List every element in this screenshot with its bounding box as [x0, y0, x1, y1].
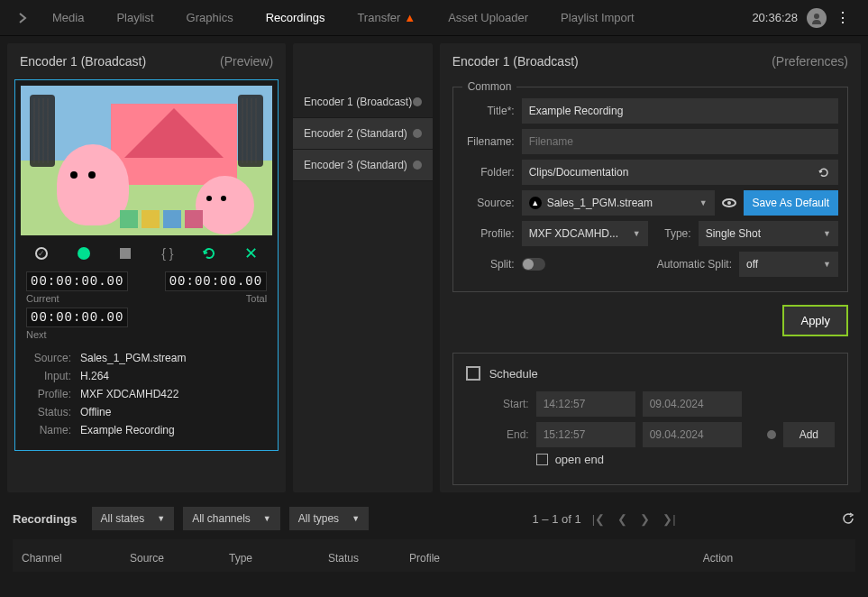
title-label: Title*:	[462, 105, 515, 117]
info-status-label: Status:	[26, 406, 71, 418]
encoder-item-3[interactable]: Encoder 3 (Standard)	[293, 150, 433, 181]
info-status: Offline	[80, 406, 111, 418]
recordings-section: Recordings All states▼ All channels▼ All…	[0, 500, 868, 579]
split-label: Split:	[462, 258, 515, 271]
status-dot-icon	[413, 97, 422, 106]
recordings-table-header: Channel Source Type Status Profile Actio…	[13, 539, 855, 572]
encoder-item-1[interactable]: Encoder 1 (Broadcast)	[293, 87, 433, 118]
end-date-input[interactable]	[643, 422, 742, 447]
tab-media[interactable]: Media	[36, 0, 100, 36]
preview-subtitle: (Preview)	[220, 54, 273, 69]
caret-down-icon: ▼	[823, 229, 831, 238]
preview-panel: Encoder 1 (Broadcast) (Preview) ✓ { }	[7, 43, 286, 492]
preferences-panel: Encoder 1 (Broadcast) (Preferences) Comm…	[440, 43, 861, 492]
warning-icon: ▲	[404, 11, 416, 24]
caret-down-icon: ▼	[699, 198, 708, 207]
info-input-label: Input:	[26, 370, 71, 382]
timecode-current: 00:00:00.00	[26, 271, 128, 291]
refresh-button[interactable]	[841, 511, 855, 526]
folder-input[interactable]	[522, 160, 817, 185]
caret-down-icon: ▼	[823, 260, 831, 269]
audio-meter-left	[30, 95, 55, 167]
user-avatar[interactable]	[807, 8, 827, 28]
caret-down-icon: ▼	[157, 514, 165, 523]
end-label: End:	[493, 428, 529, 441]
preview-title: Encoder 1 (Broadcast)	[20, 54, 146, 69]
profile-select[interactable]: MXF XDCAMHD...▼	[522, 221, 648, 246]
source-icon: ▲	[529, 197, 542, 209]
pager-text: 1 – 1 of 1	[533, 512, 581, 526]
start-date-input[interactable]	[643, 391, 742, 417]
prefs-subtitle: (Preferences)	[772, 54, 848, 69]
timecode-total-label: Total	[152, 293, 268, 304]
schedule-title: Schedule	[489, 367, 538, 381]
status-dot-icon	[767, 430, 776, 439]
type-select[interactable]: Single Shot▼	[699, 221, 838, 246]
split-toggle[interactable]	[522, 258, 545, 271]
caret-down-icon: ▼	[633, 229, 641, 238]
prefs-title: Encoder 1 (Broadcast)	[452, 54, 579, 69]
start-label: Start:	[493, 398, 529, 410]
visibility-icon[interactable]	[722, 198, 736, 207]
video-preview[interactable]	[21, 86, 272, 235]
filename-input[interactable]	[522, 129, 838, 154]
add-button[interactable]: Add	[783, 422, 835, 447]
filter-types[interactable]: All types▼	[289, 507, 369, 530]
tab-graphics[interactable]: Graphics	[170, 0, 250, 36]
save-default-button[interactable]: Save As Default	[744, 190, 838, 216]
apply-button[interactable]: Apply	[782, 305, 848, 336]
info-profile-label: Profile:	[26, 388, 71, 400]
clock: 20:36:28	[752, 11, 798, 24]
title-input[interactable]	[522, 98, 838, 124]
filename-label: Filename:	[462, 135, 515, 148]
status-dot-icon	[413, 161, 422, 170]
col-channel: Channel	[22, 552, 130, 565]
end-time-input[interactable]	[536, 422, 635, 447]
info-input: H.264	[80, 370, 109, 382]
recordings-title: Recordings	[13, 512, 78, 526]
encoder-item-2[interactable]: Encoder 2 (Standard)	[293, 118, 433, 150]
tab-playlist-import[interactable]: Playlist Import	[544, 0, 651, 36]
autosplit-label: Automatic Split:	[657, 258, 732, 271]
filter-states[interactable]: All states▼	[92, 507, 175, 530]
info-name: Example Recording	[80, 424, 175, 436]
info-source: Sales_1_PGM.stream	[80, 352, 186, 364]
page-prev-button[interactable]: ❮	[616, 512, 629, 526]
restore-button[interactable]	[198, 243, 220, 264]
stop-button[interactable]	[114, 243, 136, 264]
col-source: Source	[130, 552, 229, 565]
audio-meter-right	[238, 95, 263, 167]
filter-channels[interactable]: All channels▼	[183, 507, 280, 530]
info-name-label: Name:	[26, 424, 71, 436]
timecode-total: 00:00:00.00	[165, 271, 267, 291]
loop-button[interactable]: ✓	[31, 243, 52, 264]
tab-recordings[interactable]: Recordings	[250, 0, 342, 36]
timecode-next: 00:00:00.00	[26, 308, 128, 327]
record-button[interactable]	[73, 243, 95, 264]
restore-icon[interactable]	[817, 165, 831, 179]
start-time-input[interactable]	[536, 391, 635, 417]
info-profile: MXF XDCAMHD422	[80, 388, 178, 400]
close-button[interactable]: ✕	[241, 243, 262, 264]
page-last-button[interactable]: ❯|	[661, 512, 677, 526]
col-status: Status	[328, 552, 409, 565]
source-select[interactable]: ▲Sales_1_PGM.stream ▼	[522, 190, 715, 216]
open-end-checkbox[interactable]	[536, 454, 548, 465]
tab-playlist[interactable]: Playlist	[100, 0, 169, 36]
autosplit-select[interactable]: off▼	[739, 252, 838, 277]
page-first-button[interactable]: |❮	[590, 512, 607, 526]
encoder-list-panel: Encoder 1 (Broadcast) Encoder 2 (Standar…	[293, 43, 433, 492]
schedule-checkbox[interactable]	[466, 366, 480, 381]
open-end-label: open end	[555, 453, 604, 466]
info-source-label: Source:	[26, 352, 71, 364]
folder-label: Folder:	[462, 166, 515, 179]
tab-asset-uploader[interactable]: Asset Uploader	[432, 0, 544, 36]
svg-point-0	[814, 14, 819, 19]
back-button[interactable]	[9, 12, 36, 24]
tab-transfer[interactable]: Transfer▲	[341, 0, 432, 36]
menu-button[interactable]: ⋮	[827, 9, 859, 26]
top-navigation: Media Playlist Graphics Recordings Trans…	[0, 0, 868, 36]
braces-button[interactable]: { }	[157, 243, 178, 264]
status-dot-icon	[413, 129, 422, 138]
page-next-button[interactable]: ❯	[638, 512, 652, 526]
